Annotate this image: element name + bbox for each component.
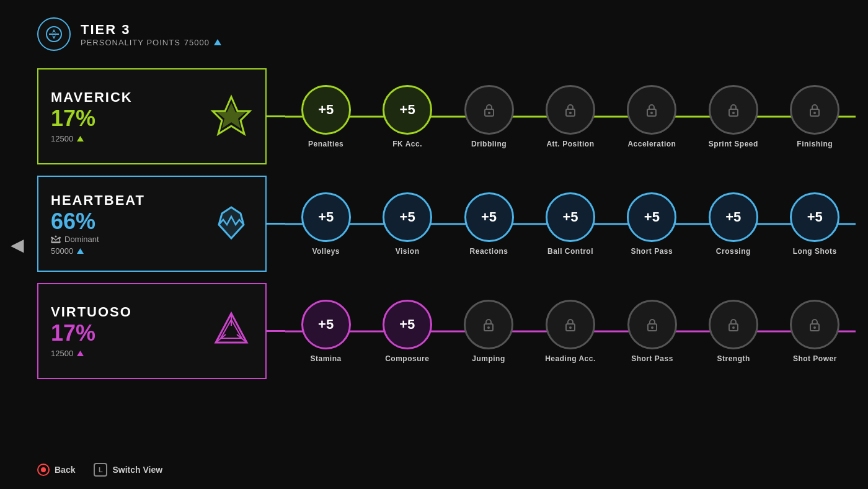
- svg-rect-3: [49, 34, 59, 35]
- personality-card-heartbeat[interactable]: HEARTBEAT 66% Dominant 50000: [37, 176, 267, 272]
- node-heartbeat-2[interactable]: +5Reactions: [464, 192, 514, 256]
- node-virtuoso-1[interactable]: +5Composure: [383, 300, 432, 363]
- svg-point-35: [569, 326, 572, 329]
- node-maverick-2: Dribbling: [464, 85, 514, 148]
- node-maverick-6: Finishing: [790, 85, 839, 148]
- svg-marker-18: [51, 238, 60, 242]
- node-value: +5: [562, 209, 578, 225]
- svg-marker-23: [77, 248, 84, 254]
- node-label-heartbeat-2: Reactions: [470, 247, 508, 256]
- node-label-maverick-6: Finishing: [797, 140, 833, 148]
- personality-row-heartbeat: HEARTBEAT 66% Dominant 50000 +5Volleys+5…: [37, 176, 856, 272]
- nodes-container: +5Volleys+5Vision+5Reactions+5Ball Contr…: [285, 192, 856, 256]
- skills-row-heartbeat: +5Volleys+5Vision+5Reactions+5Ball Contr…: [285, 192, 856, 256]
- card-connector-line: [267, 330, 285, 332]
- card-icon-virtuoso: [210, 308, 253, 354]
- node-virtuoso-5: Strength: [709, 300, 758, 363]
- node-label-heartbeat-1: Vision: [396, 247, 420, 256]
- node-label-virtuoso-3: Heading Acc.: [545, 354, 596, 363]
- footer: Back L Switch View: [37, 463, 162, 477]
- nav-arrow-left[interactable]: [6, 233, 29, 256]
- node-heartbeat-1[interactable]: +5Vision: [383, 192, 432, 256]
- svg-marker-4: [214, 39, 221, 45]
- node-label-virtuoso-0: Stamina: [311, 354, 342, 363]
- node-label-heartbeat-0: Volleys: [312, 247, 340, 256]
- svg-point-9: [488, 112, 490, 114]
- header: TIER 3 PERSONALITY POINTS 75000: [37, 17, 222, 51]
- node-value: +5: [725, 209, 741, 225]
- personality-row-virtuoso: VIRTUOSO 17% 12500 +5Stamina+5Composure …: [37, 283, 856, 379]
- node-value: +5: [399, 316, 415, 333]
- nodes-container: +5Stamina+5Composure Jumping Heading Acc…: [285, 300, 856, 363]
- node-label-maverick-5: Sprint Speed: [709, 140, 758, 148]
- svg-marker-25: [219, 207, 244, 238]
- node-virtuoso-0[interactable]: +5Stamina: [301, 300, 351, 363]
- node-label-heartbeat-6: Long Shots: [793, 247, 837, 256]
- card-points-heartbeat: 50000: [51, 246, 253, 256]
- personality-row-maverick: MAVERICK 17% 12500 +5Penalties+5FK Acc. …: [37, 68, 856, 164]
- svg-rect-19: [51, 242, 60, 243]
- node-value: +5: [400, 209, 415, 225]
- node-value: +5: [318, 316, 334, 333]
- card-connector-line: [267, 115, 285, 117]
- svg-point-15: [732, 112, 735, 114]
- skills-row-maverick: +5Penalties+5FK Acc. Dribbling Att. Posi…: [285, 85, 856, 148]
- node-label-maverick-3: Att. Position: [546, 140, 594, 148]
- node-label-virtuoso-2: Jumping: [472, 354, 505, 363]
- card-connector-line: [267, 223, 285, 225]
- svg-point-39: [732, 326, 735, 329]
- node-value: +5: [807, 209, 823, 225]
- skills-row-virtuoso: +5Stamina+5Composure Jumping Heading Acc…: [285, 300, 856, 363]
- node-label-maverick-1: FK Acc.: [392, 140, 422, 148]
- node-heartbeat-4[interactable]: +5Short Pass: [627, 192, 676, 256]
- svg-point-17: [813, 112, 816, 114]
- node-label-heartbeat-3: Ball Control: [547, 247, 593, 256]
- back-button-icon: [37, 464, 50, 476]
- switch-view-button[interactable]: L Switch View: [94, 463, 162, 477]
- back-button[interactable]: Back: [37, 464, 75, 476]
- node-heartbeat-3[interactable]: +5Ball Control: [546, 192, 595, 256]
- node-label-heartbeat-4: Short Pass: [631, 247, 673, 256]
- node-value: +5: [481, 209, 497, 225]
- node-maverick-4: Acceleration: [627, 85, 676, 148]
- svg-point-13: [650, 112, 653, 114]
- node-heartbeat-0[interactable]: +5Volleys: [301, 192, 351, 256]
- svg-point-11: [569, 112, 572, 114]
- node-label-maverick-4: Acceleration: [627, 140, 676, 148]
- svg-point-22: [59, 237, 61, 239]
- node-value: +5: [318, 102, 334, 118]
- node-maverick-1[interactable]: +5FK Acc.: [383, 85, 432, 148]
- personality-points: PERSONALITY POINTS 75000: [81, 38, 222, 47]
- node-label-virtuoso-1: Composure: [385, 354, 429, 363]
- node-maverick-5: Sprint Speed: [709, 85, 758, 148]
- node-label-maverick-2: Dribbling: [471, 140, 507, 148]
- node-label-virtuoso-5: Strength: [717, 354, 750, 363]
- l-button-icon: L: [94, 463, 107, 477]
- personality-card-maverick[interactable]: MAVERICK 17% 12500: [37, 68, 267, 164]
- svg-point-20: [51, 237, 53, 239]
- node-value: +5: [400, 102, 415, 118]
- tier-icon: [37, 17, 71, 51]
- svg-marker-1: [52, 29, 56, 33]
- main-content: MAVERICK 17% 12500 +5Penalties+5FK Acc. …: [37, 68, 856, 379]
- triangle-up-icon: [213, 38, 222, 47]
- personality-card-virtuoso[interactable]: VIRTUOSO 17% 12500: [37, 283, 267, 379]
- node-virtuoso-6: Shot Power: [790, 300, 839, 363]
- node-maverick-0[interactable]: +5Penalties: [301, 85, 351, 148]
- node-label-maverick-0: Penalties: [308, 140, 343, 148]
- node-heartbeat-5[interactable]: +5Crossing: [709, 192, 758, 256]
- svg-marker-2: [52, 35, 56, 39]
- svg-marker-26: [77, 351, 84, 356]
- tier-label: TIER 3: [81, 22, 222, 38]
- card-icon-maverick: [210, 94, 253, 140]
- svg-point-21: [55, 236, 57, 238]
- svg-point-33: [487, 326, 490, 329]
- svg-point-37: [651, 326, 653, 329]
- node-maverick-3: Att. Position: [546, 85, 595, 148]
- node-label-virtuoso-4: Short Pass: [631, 354, 673, 363]
- node-heartbeat-6[interactable]: +5Long Shots: [790, 192, 839, 256]
- card-icon-heartbeat: [210, 201, 253, 247]
- svg-marker-5: [77, 136, 84, 141]
- nodes-container: +5Penalties+5FK Acc. Dribbling Att. Posi…: [285, 85, 856, 148]
- node-virtuoso-4: Short Pass: [627, 300, 677, 363]
